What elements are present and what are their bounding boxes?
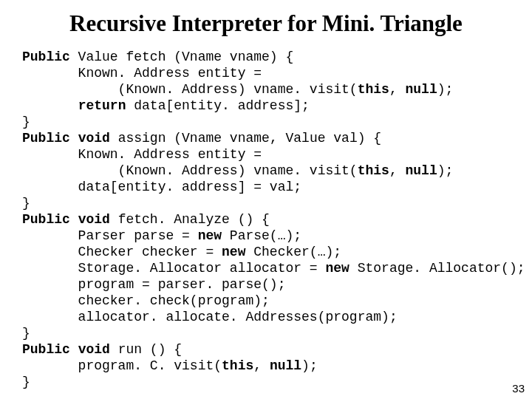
code-text: (Known. Address) vname. visit(	[22, 163, 358, 178]
kw-this: this	[358, 163, 389, 178]
slide: Recursive Interpreter for Mini. Triangle…	[0, 0, 532, 399]
code-text: Parser parse =	[22, 228, 198, 243]
code-text	[22, 98, 78, 113]
slide-title: Recursive Interpreter for Mini. Triangle	[0, 10, 532, 37]
code-text: );	[301, 358, 318, 373]
code-text: Checker(…);	[245, 245, 341, 259]
code-text: fetch. Analyze () {	[110, 212, 270, 227]
kw-new: new	[222, 245, 245, 259]
code-text: ,	[389, 82, 406, 97]
kw-null: null	[406, 163, 437, 178]
code-text: data[entity. address];	[126, 98, 309, 113]
code-text: }	[22, 196, 30, 211]
kw-new: new	[325, 261, 349, 276]
code-text: Known. Address entity =	[22, 147, 262, 162]
kw-public: Public	[22, 342, 70, 357]
code-text: assign (Vname vname, Value val) {	[110, 131, 381, 146]
code-text: Storage. Allocator allocator =	[22, 261, 325, 276]
kw-public: Public	[22, 50, 70, 64]
code-text: Parse(…);	[222, 228, 301, 243]
kw-null: null	[270, 358, 301, 373]
code-block: Public Value fetch (Vname vname) { Known…	[22, 49, 517, 390]
kw-public: Public	[22, 131, 70, 146]
code-text: Known. Address entity =	[22, 66, 262, 81]
kw-null: null	[406, 82, 437, 97]
code-text: program. C. visit(	[22, 358, 222, 373]
page-number: 33	[512, 382, 525, 395]
code-text: );	[437, 82, 454, 97]
kw-new: new	[198, 228, 222, 243]
code-text: checker. check(program);	[22, 293, 270, 308]
code-text: data[entity. address] = val;	[22, 180, 301, 194]
code-text	[70, 212, 78, 227]
code-text: }	[22, 326, 30, 341]
code-text: ,	[389, 163, 406, 178]
code-text: Storage. Allocator();	[349, 261, 525, 276]
code-text: program = parser. parse();	[22, 277, 285, 292]
code-text: allocator. allocate. Addresses(program);	[22, 310, 398, 324]
kw-return: return	[78, 98, 126, 113]
code-text: }	[22, 375, 30, 389]
kw-void: void	[78, 212, 110, 227]
code-text: Value fetch (Vname vname) {	[70, 50, 293, 64]
kw-void: void	[78, 131, 110, 146]
code-text: Checker checker =	[22, 245, 222, 259]
kw-this: this	[358, 82, 389, 97]
kw-public: Public	[22, 212, 70, 227]
code-text	[70, 131, 78, 146]
kw-void: void	[78, 342, 110, 357]
kw-this: this	[222, 358, 253, 373]
code-text	[70, 342, 78, 357]
code-text: }	[22, 115, 30, 129]
code-text: run () {	[110, 342, 182, 357]
code-text: );	[437, 163, 454, 178]
code-text: ,	[253, 358, 270, 373]
code-text: (Known. Address) vname. visit(	[22, 82, 358, 97]
